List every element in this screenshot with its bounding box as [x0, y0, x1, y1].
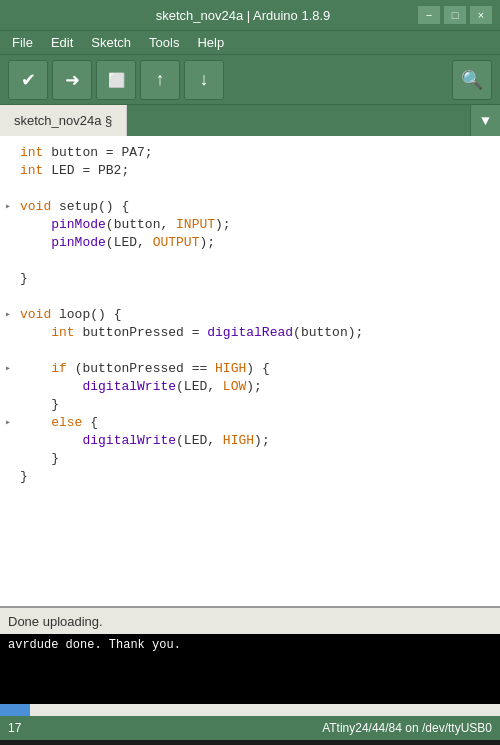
open-icon: ↑: [156, 69, 165, 90]
tabbar: sketch_nov24a § ▼: [0, 104, 500, 136]
search-icon: 🔍: [461, 69, 483, 91]
code-line: ▸ void loop() {: [0, 306, 500, 324]
code-content: digitalWrite(LED, HIGH);: [16, 432, 500, 450]
code-line: ▸ else {: [0, 414, 500, 432]
fold-gutter[interactable]: ▸: [0, 198, 16, 216]
code-line: digitalWrite(LED, HIGH);: [0, 432, 500, 450]
menu-sketch[interactable]: Sketch: [83, 33, 139, 52]
chevron-down-icon: ▼: [481, 113, 489, 129]
code-line: }: [0, 450, 500, 468]
code-line: pinMode(button, INPUT);: [0, 216, 500, 234]
menu-tools[interactable]: Tools: [141, 33, 187, 52]
fold-gutter[interactable]: [0, 342, 16, 360]
code-content: pinMode(LED, OUTPUT);: [16, 234, 500, 252]
code-line: [0, 180, 500, 198]
fold-gutter[interactable]: [0, 288, 16, 306]
code-content: int LED = PB2;: [16, 162, 500, 180]
statusbar: 17 ATtiny24/44/84 on /dev/ttyUSB0: [0, 716, 500, 740]
fold-gutter[interactable]: ▸: [0, 360, 16, 378]
progress-bar: [0, 704, 30, 716]
save-button[interactable]: ↓: [184, 60, 224, 100]
console-header: Done uploading.: [0, 606, 500, 634]
code-editor[interactable]: int button = PA7; int LED = PB2; ▸ void …: [0, 136, 500, 606]
fold-gutter[interactable]: [0, 432, 16, 450]
fold-gutter[interactable]: [0, 468, 16, 486]
code-line: }: [0, 468, 500, 486]
code-line: [0, 252, 500, 270]
upload-icon: ➜: [65, 69, 80, 91]
fold-gutter[interactable]: [0, 162, 16, 180]
minimize-button[interactable]: −: [418, 6, 440, 24]
code-line: }: [0, 396, 500, 414]
console-status: Done uploading.: [8, 614, 103, 629]
upload-button[interactable]: ➜: [52, 60, 92, 100]
tab-sketch[interactable]: sketch_nov24a §: [0, 105, 127, 137]
code-line: [0, 288, 500, 306]
console-output: avrdude done. Thank you.: [0, 634, 500, 704]
code-content: [16, 180, 500, 198]
code-line: }: [0, 270, 500, 288]
titlebar: sketch_nov24a | Arduino 1.8.9 − □ ×: [0, 0, 500, 30]
tab-label: sketch_nov24a §: [14, 113, 112, 128]
toolbar: ✔ ➜ ⬜ ↑ ↓ 🔍: [0, 54, 500, 104]
code-line: int LED = PB2;: [0, 162, 500, 180]
titlebar-title: sketch_nov24a | Arduino 1.8.9: [68, 8, 418, 23]
code-content: if (buttonPressed == HIGH) {: [16, 360, 500, 378]
code-content: }: [16, 450, 500, 468]
code-content: int buttonPressed = digitalRead(button);: [16, 324, 500, 342]
console-output-text: avrdude done. Thank you.: [8, 638, 181, 652]
code-line: ▸ void setup() {: [0, 198, 500, 216]
fold-gutter[interactable]: [0, 180, 16, 198]
new-button[interactable]: ⬜: [96, 60, 136, 100]
code-content: }: [16, 270, 500, 288]
menu-edit[interactable]: Edit: [43, 33, 81, 52]
code-content: [16, 252, 500, 270]
code-line: digitalWrite(LED, LOW);: [0, 378, 500, 396]
titlebar-controls: − □ ×: [418, 6, 492, 24]
verify-icon: ✔: [21, 69, 36, 91]
close-button[interactable]: ×: [470, 6, 492, 24]
code-line: int buttonPressed = digitalRead(button);: [0, 324, 500, 342]
open-button[interactable]: ↑: [140, 60, 180, 100]
maximize-button[interactable]: □: [444, 6, 466, 24]
fold-gutter[interactable]: ▸: [0, 414, 16, 432]
code-content: digitalWrite(LED, LOW);: [16, 378, 500, 396]
code-line: pinMode(LED, OUTPUT);: [0, 234, 500, 252]
fold-gutter[interactable]: [0, 324, 16, 342]
fold-gutter[interactable]: [0, 216, 16, 234]
code-line: ▸ if (buttonPressed == HIGH) {: [0, 360, 500, 378]
statusbar-board: ATtiny24/44/84 on /dev/ttyUSB0: [322, 721, 492, 735]
code-content: void loop() {: [16, 306, 500, 324]
fold-gutter[interactable]: [0, 270, 16, 288]
fold-gutter[interactable]: [0, 144, 16, 162]
code-content: else {: [16, 414, 500, 432]
menubar: File Edit Sketch Tools Help: [0, 30, 500, 54]
code-content: [16, 288, 500, 306]
tab-dropdown-button[interactable]: ▼: [470, 105, 500, 137]
code-content: int button = PA7;: [16, 144, 500, 162]
code-content: }: [16, 468, 500, 486]
fold-gutter[interactable]: [0, 450, 16, 468]
toolbar-right: 🔍: [452, 60, 492, 100]
fold-gutter[interactable]: [0, 378, 16, 396]
fold-gutter[interactable]: ▸: [0, 306, 16, 324]
search-button[interactable]: 🔍: [452, 60, 492, 100]
code-line: int button = PA7;: [0, 144, 500, 162]
new-icon: ⬜: [108, 72, 125, 88]
fold-gutter[interactable]: [0, 234, 16, 252]
verify-button[interactable]: ✔: [8, 60, 48, 100]
fold-gutter[interactable]: [0, 252, 16, 270]
menu-file[interactable]: File: [4, 33, 41, 52]
menu-help[interactable]: Help: [189, 33, 232, 52]
code-content: [16, 342, 500, 360]
code-content: pinMode(button, INPUT);: [16, 216, 500, 234]
code-content: }: [16, 396, 500, 414]
statusbar-line: 17: [8, 721, 21, 735]
fold-gutter[interactable]: [0, 396, 16, 414]
progress-area: [0, 704, 500, 716]
code-content: void setup() {: [16, 198, 500, 216]
code-line: [0, 342, 500, 360]
save-icon: ↓: [200, 69, 209, 90]
